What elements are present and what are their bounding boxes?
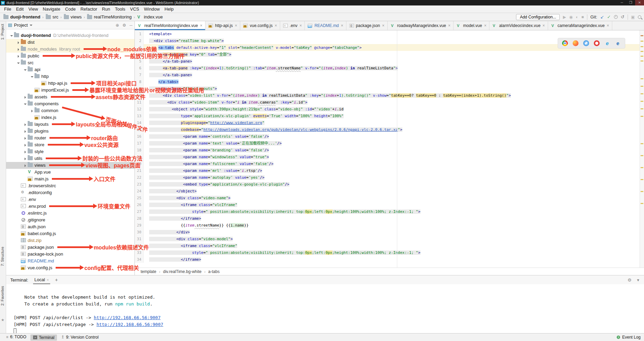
chevron-collapsed-icon[interactable] [23, 150, 28, 154]
code-line-13[interactable]: 13 type='application/x-vlc-plugin' event… [135, 112, 644, 119]
chevron-expanded-icon[interactable] [23, 102, 28, 106]
edge-browser-icon[interactable]: e [615, 40, 621, 46]
breadcrumb-item-realTimeMonitoring[interactable]: realTimeMonitoring [86, 14, 132, 19]
chevron-collapsed-icon[interactable] [16, 47, 21, 52]
status-item-6: TODO[interactable]: ≡6: TODO [3, 334, 29, 340]
code-line-8[interactable]: 8 </a-tabs> [135, 78, 644, 85]
close-tab-icon[interactable]: × [607, 23, 609, 28]
editor-tab-.env[interactable]: .env× [280, 21, 305, 30]
tree-item-package.json[interactable]: package.jsonmodules依赖描述文件 [6, 244, 134, 251]
code-line-15[interactable]: 15 codebase="http://downloads.videolan.o… [135, 126, 644, 133]
chrome-browser-icon[interactable] [562, 40, 568, 46]
terminal-settings-gear-icon[interactable]: ⚙ [628, 277, 632, 283]
tree-item-dist[interactable]: dist [6, 39, 134, 46]
code-line-16[interactable]: 16 <param name='controls' value='false'/… [135, 133, 644, 140]
tree-item-views[interactable]: viewsview视图、pages页面 [6, 162, 134, 169]
terminal-cursor[interactable] [14, 328, 16, 333]
tree-item-style[interactable]: style [6, 148, 134, 155]
terminal-link[interactable]: http://192.168.66.56:9007 [97, 322, 163, 327]
editor-breadcrumb-template[interactable]: template [140, 269, 157, 274]
terminal-tab-local[interactable]: Local× [33, 275, 51, 284]
tree-item-layouts[interactable]: layoutslayouts全局布局相关 [6, 121, 134, 128]
tree-item-App.vue[interactable]: App.vue [6, 169, 134, 176]
safari-browser-icon[interactable] [583, 40, 589, 46]
code-line-29[interactable]: 29 {{item.streetName}} {{i.name}} [135, 222, 644, 229]
chevron-collapsed-icon[interactable] [23, 95, 28, 99]
chevron-down-icon[interactable] [30, 25, 32, 26]
git-update-icon[interactable]: ↙ [600, 14, 604, 19]
chevron-collapsed-icon[interactable] [23, 129, 28, 134]
firefox-browser-icon[interactable] [573, 40, 578, 46]
tree-item-package-lock.json[interactable]: package-lock.json [6, 251, 134, 258]
close-tab-icon[interactable]: × [235, 23, 237, 28]
breadcrumb-item-index.vue[interactable]: index.vue [136, 14, 163, 19]
code-line-11[interactable]: 11 <div class="video-item" v-for="i in i… [135, 99, 644, 106]
close-icon[interactable]: × [47, 278, 49, 282]
tree-item-.gitignore[interactable]: .gitignore [6, 217, 134, 223]
editor-tab-cameraManage\index.vue[interactable]: cameraManage\index.vue× [548, 21, 612, 30]
maximize-button[interactable]: ❐ [626, 0, 635, 5]
tree-item-public[interactable]: publicpublic资源文件夹，一般放引用的第三方插件 [6, 53, 134, 59]
code-line-20[interactable]: 20 <param name='fullscreen' value='false… [135, 160, 644, 167]
chevron-collapsed-icon[interactable] [23, 143, 28, 147]
editor-scrollbar[interactable] [640, 30, 644, 268]
chevron-expanded-icon[interactable] [10, 33, 14, 38]
code-line-30[interactable]: 30 </div> [135, 229, 644, 235]
chevron-collapsed-icon[interactable] [30, 109, 34, 113]
toolwindow-project-button[interactable]: 1: Project [0, 24, 4, 40]
code-line-32[interactable]: 32 <iframe class="vlcIframe" [135, 242, 644, 249]
code-line-7[interactable]: 7 </a-tab-pane> [135, 71, 644, 78]
terminal-link[interactable]: http://192.168.66.56:9007 [94, 315, 161, 320]
tree-item-main.js[interactable]: main.js入口文件 [6, 176, 134, 182]
chevron-collapsed-icon[interactable] [16, 54, 21, 58]
menu-item-refactor[interactable]: Refactor [78, 5, 100, 13]
menu-item-code[interactable]: Code [63, 5, 78, 13]
editor-tab-README.md[interactable]: README.md× [305, 21, 346, 30]
tree-item-.eslintrc.js[interactable]: .eslintrc.js [6, 210, 134, 217]
chevron-collapsed-icon[interactable] [23, 136, 28, 140]
chevron-collapsed-icon[interactable] [23, 156, 28, 161]
code-line-17[interactable]: 17 <param name='text' value='正在加载视频中...'… [135, 140, 644, 147]
breadcrumb-item-views[interactable]: views [63, 14, 83, 19]
code-line-6[interactable]: 6 <a-tab-pane :key="(index+1).toString()… [135, 65, 644, 71]
run-anything-icon[interactable]: ▣ [631, 15, 635, 19]
code-line-33[interactable]: 33 style=" position:absolute;visibility:… [135, 249, 644, 256]
git-rollback-icon[interactable]: ↺ [621, 14, 625, 19]
menu-item-window[interactable]: Window [142, 5, 162, 13]
new-terminal-session-icon[interactable]: + [55, 277, 58, 283]
editor-tab-realTimeMonitoring\index.vue[interactable]: realTimeMonitoring\index.vue× [135, 21, 205, 30]
terminal-output[interactable]: Note that the development build is not o… [6, 284, 644, 335]
hide-panel-icon[interactable]: ─ [129, 23, 132, 28]
tree-item-components[interactable]: components页面公共组件文件 [6, 100, 134, 107]
code-line-24[interactable]: 24 </object> [135, 188, 644, 194]
code-line-9[interactable]: 9 <div class="flex-layouts"> [135, 85, 644, 92]
code-line-18[interactable]: 18 <param name='branding' value='false'/… [135, 147, 644, 153]
toolwindow-favorites-button[interactable]: 2: Favorites [0, 286, 4, 305]
menu-item-edit[interactable]: Edit [14, 5, 26, 13]
code-line-31[interactable]: 31 <div class="video-model"> [135, 235, 644, 242]
hide-terminal-icon[interactable]: ▾ [637, 277, 639, 283]
toolwindow-structure-button[interactable]: 7: Structure [0, 247, 4, 266]
tree-item-plugins[interactable]: plugins [6, 128, 134, 135]
tree-item-vue.config.js[interactable]: vue.config.jsconfig配置、代理相关 [6, 264, 134, 271]
editor-tab-package.json[interactable]: package.json× [346, 21, 388, 30]
tree-item-auth.json[interactable]: auth.json [6, 223, 134, 230]
tree-item-dist.zip[interactable]: dist.zip [6, 237, 134, 244]
tree-item-.env.prod[interactable]: .env.prod环境变量文件 [6, 203, 134, 210]
editor-tab-vue.config.js[interactable]: vue.config.js× [240, 21, 280, 30]
code-line-21[interactable]: 21 <param name='mrl' :value='i.rtsp'/> [135, 167, 644, 174]
tree-item-assets[interactable]: assetsassets静态资源文件 [6, 94, 134, 100]
ie-browser-icon[interactable]: e [604, 40, 610, 46]
code-line-27[interactable]: 27 style=" position:absolute;visibility:… [135, 208, 644, 215]
chevron-expanded-icon[interactable] [30, 74, 34, 79]
git-history-icon[interactable] [614, 15, 618, 19]
close-tab-icon[interactable]: × [448, 23, 450, 28]
menu-item-file[interactable]: File [2, 5, 14, 13]
menu-item-view[interactable]: View [26, 5, 40, 13]
search-everywhere-icon[interactable] [638, 15, 641, 19]
breadcrumb-item-duoji-frontend[interactable]: duoji-frontend [3, 14, 41, 19]
close-tab-icon[interactable]: × [200, 23, 202, 28]
run-icon[interactable]: ▶ [563, 15, 566, 19]
tree-item-utils[interactable]: utils封装的一些公共函数方法 [6, 155, 134, 162]
tree-item-.editorconfig[interactable]: .editorconfig [6, 189, 134, 196]
